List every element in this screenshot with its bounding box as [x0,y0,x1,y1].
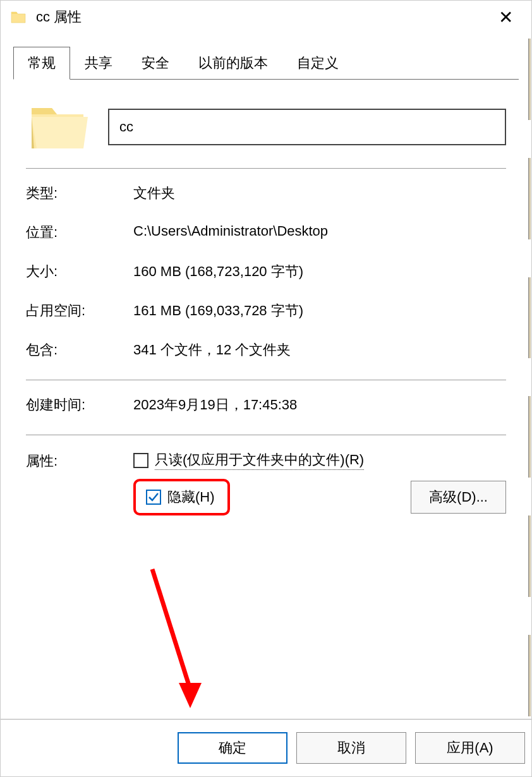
large-folder-icon [26,99,89,155]
tab-general[interactable]: 常规 [13,47,70,80]
readonly-checkbox[interactable] [133,453,148,468]
annotation-highlight: 隐藏(H) [133,479,230,515]
tab-previous-versions[interactable]: 以前的版本 [184,47,282,80]
location-value: C:\Users\Administrator\Desktop [133,223,506,242]
created-label: 创建时间: [26,395,133,414]
size-on-disk-value: 161 MB (169,033,728 字节) [133,301,506,320]
attributes-label: 属性: [26,450,133,471]
properties-dialog: cc 属性 ✕ 常规 共享 安全 以前的版本 自定义 [0,0,532,777]
general-panel: 类型: 文件夹 位置: C:\Users\Administrator\Deskt… [13,80,519,541]
tab-custom[interactable]: 自定义 [282,47,353,80]
ok-button[interactable]: 确定 [178,732,287,764]
type-value: 文件夹 [133,184,506,203]
cancel-button[interactable]: 取消 [296,732,406,764]
readonly-checkbox-row[interactable]: 只读(仅应用于文件夹中的文件)(R) [133,450,506,470]
created-value: 2023年9月19日，17:45:38 [133,395,506,414]
readonly-label: 只读(仅应用于文件夹中的文件)(R) [155,450,364,470]
edge-artifact [528,39,531,716]
svg-marker-1 [179,683,202,708]
location-label: 位置: [26,223,133,242]
size-value: 160 MB (168,723,120 字节) [133,262,506,281]
hidden-checkbox[interactable] [146,490,161,505]
folder-icon [11,10,26,24]
hidden-label: 隐藏(H) [167,488,215,507]
annotation-arrow-icon [127,563,253,714]
tab-strip: 常规 共享 安全 以前的版本 自定义 [13,46,519,80]
tab-sharing[interactable]: 共享 [70,47,127,80]
apply-button[interactable]: 应用(A) [415,732,525,764]
titlebar: cc 属性 ✕ [1,1,531,33]
advanced-button[interactable]: 高级(D)... [411,481,506,514]
dialog-footer: 确定 取消 应用(A) [1,719,531,776]
tab-security[interactable]: 安全 [127,47,184,80]
size-on-disk-label: 占用空间: [26,301,133,320]
folder-name-input[interactable] [108,109,506,145]
type-label: 类型: [26,184,133,203]
close-icon[interactable]: ✕ [490,7,521,28]
window-title: cc 属性 [36,8,82,27]
contains-label: 包含: [26,340,133,359]
size-label: 大小: [26,262,133,281]
svg-line-0 [152,569,190,689]
contains-value: 341 个文件，12 个文件夹 [133,340,506,359]
